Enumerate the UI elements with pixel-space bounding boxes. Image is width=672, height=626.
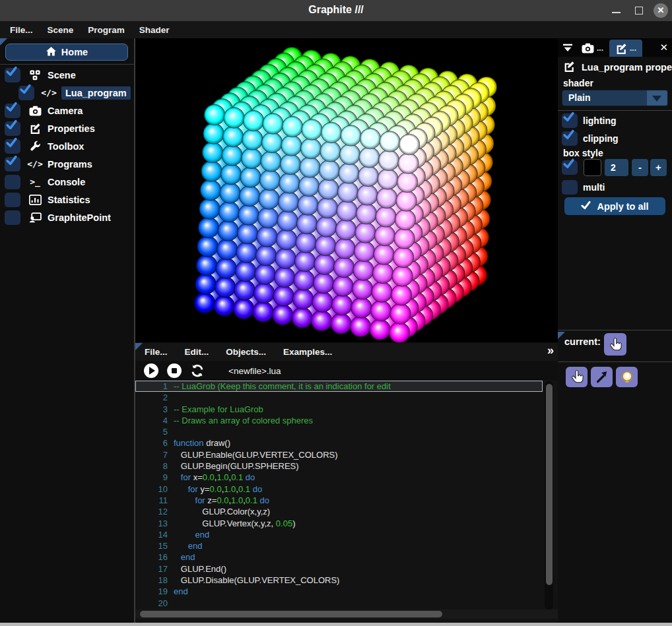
code-text: -- Example for LuaGrob <box>174 404 543 415</box>
sidebar-item-toolbox[interactable]: Toolbox <box>0 137 134 155</box>
scrollbar-thumb[interactable] <box>140 611 442 617</box>
menu-shader[interactable]: Shader <box>132 22 177 38</box>
code-line: 8 GLUP.Begin(GLUP.SPHERES) <box>135 460 543 472</box>
decrement-button[interactable]: - <box>632 159 648 176</box>
line-number: 8 <box>135 460 174 472</box>
grab-tool-button[interactable] <box>566 367 588 387</box>
file-tab[interactable]: <newfile>.lua <box>228 366 281 376</box>
line-number: 6 <box>135 437 174 449</box>
box-width-value[interactable]: 2 <box>605 159 628 176</box>
editor-menu-file[interactable]: File... <box>145 347 168 357</box>
scrollbar-thumb[interactable] <box>546 384 553 585</box>
editor-toolbar: <newfile>.lua <box>135 361 558 381</box>
shader-dropdown[interactable]: Plain <box>562 90 668 106</box>
lighting-checkbox[interactable] <box>562 113 578 128</box>
edit-icon <box>615 43 627 54</box>
tab-camera-props[interactable]: ... <box>576 40 609 57</box>
divider <box>558 330 672 330</box>
menu-file[interactable]: File... <box>3 22 40 38</box>
divider <box>558 110 672 111</box>
scene-visibility-checkbox[interactable] <box>5 68 20 82</box>
code-text: end <box>174 540 543 551</box>
code-line: 15 end <box>135 540 543 551</box>
current-tool-button[interactable] <box>604 333 626 356</box>
viewport-3d[interactable] <box>135 38 558 342</box>
sidebar-item-camera[interactable]: Camera <box>0 102 134 119</box>
properties-title: Lua_program properties <box>582 62 672 73</box>
menu-scene[interactable]: Scene <box>40 22 81 38</box>
sidebar-item-programs[interactable]: </>Programs <box>0 155 134 173</box>
sidebar-item-lua-program[interactable]: </>Lua_program <box>0 84 134 102</box>
stop-button[interactable] <box>167 363 182 378</box>
statistics-visibility-checkbox[interactable] <box>5 193 20 207</box>
console-visibility-checkbox[interactable] <box>5 175 20 189</box>
line-number: 11 <box>135 495 174 506</box>
graphitepoint-visibility-checkbox[interactable] <box>5 210 20 225</box>
sidebar-item-properties[interactable]: Properties <box>0 119 134 137</box>
panel-close-icon[interactable]: ✕ <box>659 42 668 53</box>
panel-menu-icon[interactable] <box>562 43 573 53</box>
line-number: 14 <box>135 529 174 540</box>
editor-menu-bar: File...Edit...Objects...Examples... <box>135 343 558 361</box>
properties-panel: ......✕ Lua_program properties shader Pl… <box>558 38 672 623</box>
lua-program-visibility-checkbox[interactable] <box>18 86 34 100</box>
increment-button[interactable]: + <box>650 159 667 176</box>
stop-icon <box>172 368 177 373</box>
lighting-label: lighting <box>583 115 617 126</box>
edit-icon <box>27 121 43 136</box>
divider <box>558 361 672 362</box>
sidebar-item-console[interactable]: >_Console <box>0 173 134 191</box>
line-number: 5 <box>135 426 174 437</box>
maximize-button[interactable] <box>635 7 643 15</box>
code-text: GLUP.Begin(GLUP.SPHERES) <box>174 460 543 472</box>
sidebar-item-label: Properties <box>48 123 95 134</box>
editor-overflow-button[interactable]: » <box>547 344 554 358</box>
code-icon: </> <box>41 86 57 100</box>
minimize-button[interactable] <box>612 12 621 13</box>
clipping-checkbox[interactable] <box>562 131 578 146</box>
home-button[interactable]: Home <box>5 44 128 61</box>
sidebar-item-graphitepoint[interactable]: GraphitePoint <box>0 208 134 226</box>
code-text: -- LuaGrob (Keep this comment, it is an … <box>174 381 543 392</box>
tab-object-props[interactable]: ... <box>609 40 642 57</box>
menu-program[interactable]: Program <box>81 22 132 38</box>
light-tool-button[interactable] <box>616 367 638 387</box>
sphere-cube-render[interactable] <box>135 38 558 342</box>
close-button[interactable]: ✕ <box>654 3 668 18</box>
editor-menu-edit[interactable]: Edit... <box>185 347 209 357</box>
editor-horizontal-scrollbar[interactable] <box>135 610 558 619</box>
tab-label: ... <box>630 44 636 53</box>
line-number: 3 <box>135 404 174 415</box>
properties-visibility-checkbox[interactable] <box>5 121 20 136</box>
panel-corner-grip[interactable] <box>135 343 143 350</box>
code-icon: </> <box>27 157 43 172</box>
toolbox-visibility-checkbox[interactable] <box>5 139 20 154</box>
hand-icon <box>608 337 622 352</box>
sidebar-item-label: Lua_program <box>61 86 131 100</box>
programs-visibility-checkbox[interactable] <box>5 157 20 172</box>
editor-vertical-scrollbar[interactable] <box>545 381 553 610</box>
code-line: 14 end <box>135 529 543 540</box>
multi-checkbox[interactable] <box>562 180 578 195</box>
clipping-label: clipping <box>583 133 619 144</box>
code-text: GLUP.Color(x,y,z) <box>174 506 543 517</box>
box-style-checkbox[interactable] <box>562 160 578 175</box>
sidebar-item-statistics[interactable]: Statistics <box>0 191 134 208</box>
hand-icon <box>570 369 584 385</box>
code-editor[interactable]: 1-- LuaGrob (Keep this comment, it is an… <box>135 381 543 610</box>
code-text <box>174 598 543 609</box>
camera-visibility-checkbox[interactable] <box>5 104 20 118</box>
editor-menu-examples[interactable]: Examples... <box>283 347 332 357</box>
line-number: 10 <box>135 484 174 495</box>
sidebar-item-label: Scene <box>48 70 76 80</box>
run-button[interactable] <box>144 363 158 378</box>
reload-button[interactable] <box>190 363 205 378</box>
camera-icon <box>582 43 594 53</box>
sidebar-item-label: Statistics <box>48 195 90 205</box>
select-tool-button[interactable] <box>591 367 613 387</box>
box-color-swatch[interactable] <box>584 159 601 176</box>
apply-to-all-button[interactable]: Apply to all <box>564 197 665 215</box>
sidebar-item-scene[interactable]: Scene <box>0 66 134 84</box>
editor-menu-objects[interactable]: Objects... <box>226 347 266 357</box>
lua-editor-panel: File...Edit...Objects...Examples... » <n… <box>135 343 558 623</box>
